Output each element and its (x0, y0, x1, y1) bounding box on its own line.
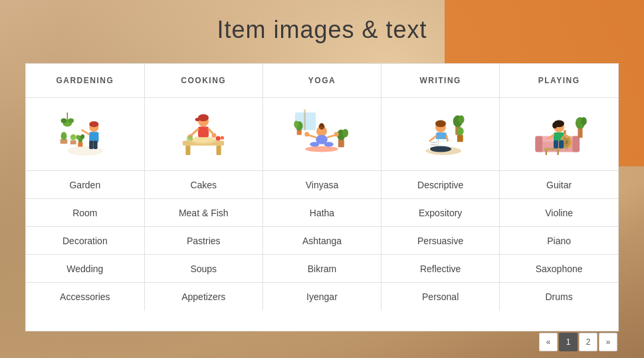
playing-item-5: Drums (500, 283, 618, 311)
table-row: Decoration Pastries Ashtanga Persuasive … (26, 227, 618, 255)
svg-rect-15 (78, 142, 82, 146)
cooking-item-5: Appetizers (144, 283, 263, 311)
writing-item-5: Personal (381, 283, 500, 311)
gardening-item-4: Wedding (26, 255, 144, 283)
svg-point-48 (310, 142, 320, 146)
svg-point-25 (198, 114, 209, 121)
pagination-page1[interactable]: 1 (559, 333, 578, 351)
playing-item-3: Piano (500, 227, 618, 255)
header-gardening: GARDENING (26, 64, 144, 98)
svg-line-14 (82, 130, 89, 134)
writing-item-4: Reflective (381, 255, 500, 283)
svg-point-49 (324, 142, 334, 146)
gardening-icon (55, 106, 115, 160)
svg-point-10 (89, 121, 98, 127)
table-row: Accessories Appetizers Iyengar Personal … (26, 283, 618, 311)
svg-rect-80 (557, 150, 559, 154)
svg-point-32 (216, 136, 221, 140)
writing-item-2: Expository (381, 199, 500, 227)
yoga-item-1: Vinyasa (263, 171, 381, 199)
cooking-icon (173, 106, 233, 160)
svg-rect-95 (559, 140, 564, 148)
svg-point-59 (457, 127, 464, 135)
svg-point-42 (343, 128, 349, 136)
svg-point-18 (81, 134, 84, 138)
header-writing: WRITING (381, 64, 500, 98)
yoga-item-3: Ashtanga (263, 227, 381, 255)
pagination: « 1 2 » (539, 333, 617, 351)
svg-line-69 (447, 136, 448, 140)
yoga-icon-cell (263, 98, 381, 171)
svg-point-43 (306, 146, 339, 152)
writing-icon-cell (381, 98, 500, 171)
page-title: Item images & text (217, 16, 427, 44)
cooking-item-1: Cakes (144, 171, 263, 199)
table-row: Garden Cakes Vinyasa Descriptive Guitar (26, 171, 618, 199)
svg-point-17 (76, 134, 80, 139)
playing-item-1: Guitar (500, 171, 618, 199)
yoga-item-4: Bikram (263, 255, 381, 283)
pagination-page2[interactable]: 2 (579, 333, 597, 351)
writing-icon (411, 106, 471, 160)
cooking-item-2: Meat & Fish (144, 199, 263, 227)
gardening-icon-cell (26, 98, 144, 171)
svg-point-83 (552, 122, 557, 128)
cooking-icon-cell (144, 98, 263, 171)
svg-rect-36 (304, 109, 306, 130)
svg-rect-74 (573, 136, 580, 152)
pagination-prev[interactable]: « (539, 333, 558, 351)
svg-point-4 (68, 118, 74, 122)
writing-item-1: Descriptive (381, 171, 500, 199)
svg-point-3 (60, 118, 66, 122)
gardening-item-2: Room (26, 199, 144, 227)
pagination-next[interactable]: » (599, 333, 617, 351)
svg-point-53 (334, 132, 339, 136)
gardening-item-3: Decoration (26, 227, 144, 255)
svg-rect-27 (198, 126, 209, 137)
svg-rect-78 (544, 148, 561, 150)
svg-point-57 (458, 115, 464, 123)
playing-icon (529, 106, 589, 160)
svg-rect-21 (217, 145, 221, 154)
svg-point-39 (294, 120, 299, 128)
page-title-area: Item images & text (0, 0, 644, 60)
playing-item-4: Saxophone (500, 255, 618, 283)
svg-point-6 (60, 132, 66, 140)
gardening-item-5: Accessories (26, 283, 144, 311)
header-yoga: YOGA (263, 64, 381, 98)
svg-point-70 (430, 146, 451, 152)
svg-rect-12 (89, 140, 93, 148)
svg-point-46 (320, 122, 324, 126)
svg-rect-94 (554, 140, 558, 148)
svg-point-23 (192, 136, 216, 142)
playing-icon-cell (500, 98, 618, 171)
svg-point-31 (212, 133, 217, 138)
header-playing: PLAYING (500, 64, 618, 98)
writing-item-3: Persuasive (381, 227, 500, 255)
gardening-item-1: Garden (26, 171, 144, 199)
svg-rect-13 (93, 140, 97, 148)
svg-rect-79 (546, 150, 548, 154)
yoga-item-5: Iyengar (263, 283, 381, 311)
cooking-item-3: Pastries (144, 227, 263, 255)
svg-point-52 (305, 132, 310, 136)
svg-point-33 (221, 136, 224, 139)
main-table-container: GARDENING COOKING YOGA WRITING PLAYING (25, 63, 619, 331)
svg-rect-58 (457, 134, 463, 142)
svg-rect-7 (70, 140, 76, 144)
header-cooking: COOKING (144, 64, 263, 98)
items-table: GARDENING COOKING YOGA WRITING PLAYING (26, 64, 618, 311)
table-row: Wedding Soups Bikram Reflective Saxophon… (26, 255, 618, 283)
table-row: Room Meat & Fish Hatha Expository Violin… (26, 199, 618, 227)
yoga-item-2: Hatha (263, 199, 381, 227)
svg-rect-20 (186, 145, 191, 154)
playing-item-2: Violine (500, 199, 618, 227)
header-row: GARDENING COOKING YOGA WRITING PLAYING (26, 64, 618, 98)
cooking-item-4: Soups (144, 255, 263, 283)
svg-rect-73 (536, 136, 543, 152)
svg-point-26 (195, 117, 200, 120)
svg-point-77 (581, 117, 587, 125)
svg-rect-40 (338, 138, 344, 146)
svg-rect-34 (187, 136, 193, 140)
icon-row (26, 98, 618, 171)
